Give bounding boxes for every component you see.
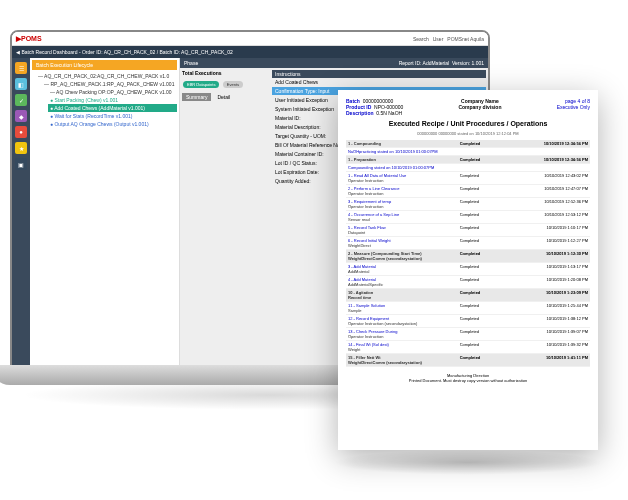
- events-pill[interactable]: Events: [223, 81, 243, 88]
- total-executions-label: Total Executions: [182, 70, 268, 76]
- rail-icon[interactable]: ◧: [15, 78, 27, 90]
- icon-rail: ☰◧✓◆●★▣: [12, 58, 30, 368]
- rail-icon[interactable]: ✓: [15, 94, 27, 106]
- document-overlay: Batch 00000000000 Product ID NPO-000000 …: [338, 90, 598, 450]
- operation-row: 11 - Sample SolutionSampleCompleted10/10…: [346, 302, 590, 315]
- rail-icon[interactable]: ★: [15, 142, 27, 154]
- operation-row: 3 - Requirement of tempOperator Instruct…: [346, 198, 590, 211]
- operation-row: 2 - Perform a Line ClearanceOperator Ins…: [346, 185, 590, 198]
- summary-tab[interactable]: Summary: [182, 93, 211, 101]
- tree-item[interactable]: ● Start Packing (Chew) v1.001: [48, 96, 177, 104]
- product-label: POMSnet Aquila: [447, 36, 484, 42]
- operation-row: 10 - AgitationRecord timeCompleted10/10/…: [346, 289, 590, 302]
- tree-item[interactable]: ● Output AQ Orange Chews (Output v1.001): [48, 120, 177, 128]
- operation-row: 6 - Record Initial WeightWeightDirectCom…: [346, 237, 590, 250]
- operation-row: Compounding stated on 10/10/2019 01:00:0…: [346, 164, 590, 172]
- operation-row: NaOHpracticing stated on 10/10/2019 01:0…: [346, 148, 590, 156]
- operation-row: 1 - CompoundingCompleted10/10/2019 12:34…: [346, 140, 590, 148]
- operation-row: 13 - Check Pressure DuringOperator Instr…: [346, 328, 590, 341]
- operation-row: 14 - Final Wt (Sol dest)WeightCompleted1…: [346, 341, 590, 354]
- instructions-header: Instructions: [272, 70, 486, 78]
- operation-row: 2 - Measure (Compounding Start Time)Weig…: [346, 250, 590, 263]
- rail-icon[interactable]: ●: [15, 126, 27, 138]
- operation-row: 1 - Read All Data of Material UseOperato…: [346, 172, 590, 185]
- ebr-pill[interactable]: EBR Datapoints: [183, 81, 219, 88]
- phase-header: Phase Report ID: AddMaterial Version: 1.…: [180, 58, 488, 68]
- doc-title: Executed Recipe / Unit Procedures / Oper…: [346, 120, 590, 127]
- rail-icon[interactable]: ☰: [15, 62, 27, 74]
- operation-row: 15 - Filler Nett WtWeightDirectComm (sec…: [346, 354, 590, 367]
- tree-item[interactable]: ● Wait for Stats (RecordTime v1.001): [48, 112, 177, 120]
- tree-item[interactable]: ● Add Coated Chews (AddMaterial v1.001): [48, 104, 177, 112]
- lifecycle-button[interactable]: Batch Execution Lifecycle: [32, 60, 177, 70]
- tree-item[interactable]: — RP_AQ_CHEW_PACK.1:RP_AQ_PACK_CHEW v1.0…: [42, 80, 177, 88]
- search-label[interactable]: Search: [413, 36, 429, 42]
- logo: ▶POMS: [16, 35, 42, 43]
- operation-row: 4 - Add MaterialAddMaterialSpecificCompl…: [346, 276, 590, 289]
- user-label[interactable]: User: [433, 36, 444, 42]
- operation-row: 5 - Record Tank FlowDatapointCompleted10…: [346, 224, 590, 237]
- rail-icon[interactable]: ◆: [15, 110, 27, 122]
- operation-row: 3 - Add MaterialAddMaterialCompleted10/1…: [346, 263, 590, 276]
- rail-icon[interactable]: ▣: [15, 158, 27, 170]
- title-bar: ◀ Batch Record Dashboard - Order ID: AQ_…: [12, 46, 488, 58]
- top-bar: ▶POMS Search User POMSnet Aquila: [12, 32, 488, 46]
- operation-row: 12 - Record EquipmentOperator Instructio…: [346, 315, 590, 328]
- instruction-item[interactable]: Add Coated Chews: [272, 78, 486, 87]
- operation-row: 4 - Occurrence of a Sep LineSensor readC…: [346, 211, 590, 224]
- tree-item[interactable]: — AQ_CR_CH_PACK_02:AQ_CR_CH_CHEW_PACK v1…: [36, 72, 177, 80]
- tree-item[interactable]: — AQ Chew Packing OP:OP_AQ_CHEW_PACK v1.…: [48, 88, 177, 96]
- tree-panel: Batch Execution Lifecycle — AQ_CR_CH_PAC…: [30, 58, 180, 368]
- operation-row: 1 - PreparationCompleted10/10/2019 12:34…: [346, 156, 590, 164]
- detail-tab[interactable]: Detail: [213, 93, 234, 101]
